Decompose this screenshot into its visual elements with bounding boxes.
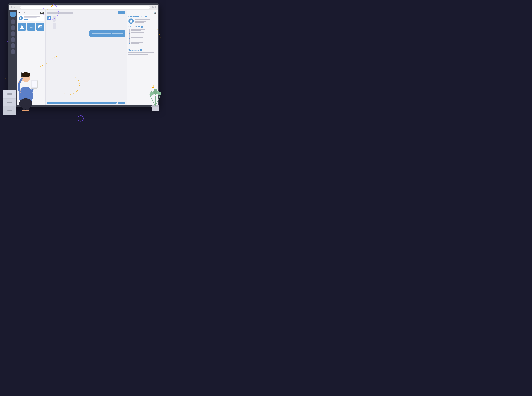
svg-point-28 (21, 75, 23, 77)
sidebar-avatar (10, 12, 16, 17)
chat-info-1 (24, 16, 44, 21)
sidebar-item-2[interactable] (11, 25, 15, 30)
timeline-bar-1a (131, 32, 144, 33)
chat-main (45, 10, 127, 105)
svg-rect-21 (40, 27, 41, 28)
sent-bar-2 (112, 33, 123, 34)
nav-arrows: ← → (14, 6, 18, 8)
forward-arrow[interactable]: → (16, 6, 18, 8)
usage-details-section: Usage details (129, 49, 156, 56)
svg-point-10 (20, 17, 21, 18)
timeline-line (129, 29, 130, 44)
timeline-dot-3 (129, 43, 130, 44)
sidebar-item-4[interactable] (11, 37, 15, 42)
contact-detail-bar-1 (135, 21, 147, 22)
timeline-bar-1b (131, 34, 141, 35)
chat-header-bar (47, 12, 73, 14)
svg-rect-45 (7, 102, 12, 103)
contact-info-icon[interactable] (145, 16, 147, 17)
chat-footer (47, 102, 125, 104)
timeline-bar-2b (131, 39, 140, 40)
timeline-bar-2a (131, 37, 143, 38)
message-received-1 (47, 16, 125, 29)
footer-input-bar[interactable] (47, 102, 117, 104)
menu-action-btn[interactable] (27, 23, 35, 31)
browser-btn-2 (152, 6, 153, 8)
event-timeline-icon[interactable] (141, 26, 142, 28)
address-bar[interactable] (20, 6, 150, 9)
chat-name-bar (24, 16, 40, 17)
sidebar-item-5[interactable] (11, 43, 15, 48)
svg-rect-20 (40, 27, 41, 27)
back-arrow[interactable]: ← (14, 6, 16, 8)
browser-chrome: ← → (9, 5, 158, 10)
msg-bubbles-1 (52, 16, 56, 29)
contact-header (129, 18, 156, 24)
svg-rect-17 (39, 25, 42, 28)
svg-point-34 (25, 110, 29, 111)
message-area (47, 16, 125, 100)
svg-point-18 (39, 26, 40, 27)
svg-point-33 (22, 110, 26, 111)
sidebar-item-1[interactable] (11, 19, 15, 24)
timeline-top-bar-2 (131, 30, 141, 31)
contact-info-section: Contact information (129, 16, 156, 24)
sidebar-item-3[interactable] (11, 31, 15, 36)
event-timeline-label: Event timeline (129, 26, 140, 28)
svg-point-25 (19, 98, 32, 109)
search-area: 🔍 (129, 12, 156, 14)
chat-main-header (47, 11, 125, 14)
timeline-dot-2 (129, 38, 130, 39)
timeline-container (129, 29, 156, 44)
timeline-item-2 (131, 37, 156, 40)
search-icon[interactable]: 🔍 (153, 12, 156, 14)
usage-details-label: Usage details (129, 49, 139, 51)
event-timeline-section: Event timeline (129, 26, 156, 47)
svg-point-39 (153, 89, 157, 95)
contact-info-label: Contact information (129, 16, 145, 17)
contact-bars (135, 19, 150, 23)
contact-avatar (129, 18, 134, 24)
sent-bar-1 (92, 33, 111, 34)
svg-point-23 (130, 20, 132, 21)
contact-info-title: Contact information (129, 16, 156, 17)
event-timeline-title: Event timeline (129, 26, 156, 28)
svg-rect-44 (7, 93, 12, 94)
panel-header: All chats ■■■ (18, 12, 44, 13)
msg-bubble-sent (89, 30, 125, 37)
msg-bubble-2 (52, 23, 56, 29)
send-button[interactable] (118, 102, 125, 104)
usage-bar-2 (129, 54, 148, 55)
browser-btn-1 (11, 6, 12, 8)
plant-illustration (148, 87, 163, 113)
profile-action-btn[interactable] (36, 23, 44, 31)
sent-message-container (47, 30, 125, 37)
chat-avatar-1 (19, 16, 23, 20)
contact-action-btn[interactable] (18, 23, 26, 31)
msg-avatar-1 (47, 16, 51, 20)
timeline-bar-3a (131, 42, 142, 43)
svg-point-22 (49, 17, 50, 18)
svg-rect-46 (7, 111, 12, 111)
chat-item-1[interactable] (18, 15, 44, 21)
contact-name-bar (135, 19, 150, 20)
action-buttons (18, 23, 44, 31)
panel-title: All chats (18, 12, 25, 13)
svg-point-9 (5, 78, 6, 79)
chat-tag (24, 19, 28, 20)
sidebar-item-6[interactable] (11, 49, 15, 54)
timeline-item-1 (131, 32, 156, 35)
usage-bar-1 (129, 52, 154, 53)
svg-rect-30 (32, 81, 37, 87)
contact-detail-bar-2 (135, 22, 144, 23)
svg-rect-19 (40, 26, 41, 26)
svg-point-11 (21, 25, 23, 27)
usage-details-icon[interactable] (140, 49, 142, 51)
timeline-bar-3b (131, 43, 140, 44)
person-illustration (13, 62, 39, 111)
timeline-item-3 (131, 42, 156, 44)
chat-preview-bar (24, 17, 37, 18)
usage-details-title: Usage details (129, 49, 156, 51)
svg-point-3 (78, 116, 84, 121)
chat-new-btn[interactable] (118, 11, 125, 14)
